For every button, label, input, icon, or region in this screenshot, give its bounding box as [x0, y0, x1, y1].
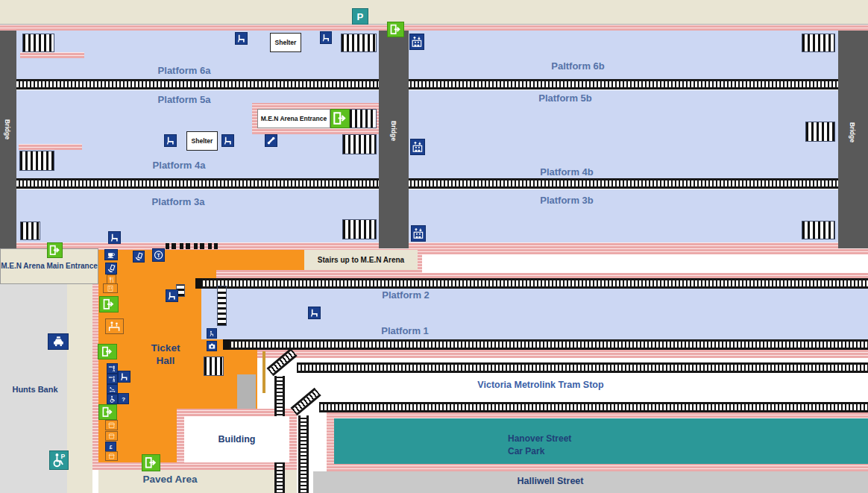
label-paved-area: Paved Area [142, 474, 197, 486]
accessible-toilet-icon [107, 394, 118, 404]
seat-p2-icon [308, 307, 321, 319]
svg-text:wc: wc [108, 376, 113, 379]
svg-text:P: P [357, 11, 364, 22]
ticket-hall-brick-bottom [92, 462, 177, 470]
shelter-box-top: Shelter [270, 33, 301, 52]
lift-bottom-icon [411, 225, 426, 242]
stairs-top-rightbridge [802, 34, 835, 52]
stairs-left-bottom [20, 222, 40, 240]
phone-p4-icon [265, 134, 277, 147]
seat-hall-icon [166, 289, 178, 302]
stairs-platform2-access [217, 286, 227, 326]
seat-p3-icon [108, 231, 121, 244]
seat-p6-left-icon [235, 32, 248, 45]
telephones-icon: T [152, 248, 165, 262]
stairs-topleft [22, 34, 54, 52]
toilets-men-icon: wc [107, 363, 118, 374]
taxi-rank-icon [48, 333, 69, 350]
shelter-box-mid: Shelter [186, 131, 218, 151]
entrance-arena-icon [330, 109, 350, 128]
entrance-top-icon [387, 22, 404, 37]
stairs-top-midbridge [341, 34, 377, 52]
entrance-hall-3-icon [98, 404, 117, 420]
parking-icon: P [352, 8, 368, 25]
seat-p4-left-icon [164, 134, 177, 147]
label-platform-5b: Platform 5b [538, 92, 592, 104]
ticket-machine-icon [105, 263, 117, 274]
svg-text:?: ? [122, 396, 125, 403]
arena-entrance-label: M.E.N Arena Entrance [257, 109, 330, 128]
label-bridge-left: Bridge [3, 119, 11, 139]
cycle-racks [166, 243, 218, 249]
toilets-women-icon: wc [107, 374, 118, 384]
halliwell-street-road [313, 471, 868, 493]
stairs-brick-strip-left [19, 144, 82, 150]
svg-text:T: T [157, 252, 160, 257]
shop-2-icon [105, 431, 118, 441]
lift-shaft [237, 374, 256, 412]
ticket-hall-top [98, 250, 304, 270]
label-platform-3b: Platform 3b [540, 195, 594, 207]
tram-brick-top [257, 350, 868, 358]
hanover-carpark [334, 418, 868, 464]
lift-mid-icon [410, 139, 425, 155]
footbridge-corridor [422, 254, 868, 273]
svg-text:£: £ [110, 445, 113, 450]
tram-track-inner-h [319, 402, 868, 412]
label-halliwell-street: Halliwell Street [518, 476, 584, 488]
tram-track-inner-curve [291, 388, 321, 416]
label-platform-1: Platform 1 [381, 325, 429, 337]
platform-island-3 [0, 189, 868, 242]
seat-p4-right-icon [221, 134, 234, 147]
building-label: Building [184, 416, 289, 462]
track-platform-1 [230, 339, 868, 350]
label-tram-stop: Victoria Metrolink Tram Stop [477, 380, 603, 392]
stairs-midbridge-bottom [342, 219, 377, 239]
label-bridge-middle: Bridge [389, 121, 397, 141]
top-banner [0, 0, 868, 25]
svg-text:wc: wc [108, 365, 113, 368]
entrance-main-icon [47, 242, 63, 258]
ramp-edge [262, 351, 265, 393]
platform-island-5-4 [0, 90, 868, 178]
entrance-paved-icon [142, 454, 160, 471]
tram-track-outer-h [297, 362, 868, 373]
buffer-stop-platform2 [195, 278, 202, 289]
track-platform-2 [201, 278, 868, 289]
refreshments-icon [104, 249, 118, 260]
cash-machine-icon: £ [105, 442, 116, 452]
stairs-up-label: Stairs up to M.E.N Arena [304, 250, 418, 270]
seat-p6-right-icon [320, 31, 332, 44]
stairs-arena-entrance [349, 109, 377, 128]
ticket-office-icon [133, 251, 145, 263]
label-platform-5a: Platform 5a [158, 94, 211, 106]
tram-track-inner-v [298, 415, 309, 493]
help-point-icon: ? [118, 393, 129, 404]
label-platform-3a: Platform 3a [152, 196, 205, 208]
stairs-rightbridge-mid [805, 122, 835, 142]
platform-island-2-1 [201, 289, 868, 339]
label-hunts-bank: Hunts Bank [12, 385, 57, 395]
waiting-room-icon [207, 328, 217, 339]
lift-top-icon [409, 34, 424, 50]
walkway-brick-islands-bottom [0, 242, 868, 248]
label-ticket-hall: Ticket Hall [151, 342, 180, 368]
stairs-rightbridge-bottom [802, 221, 835, 239]
pavement-strip [67, 284, 92, 493]
walkway-brick-top [0, 25, 868, 31]
photo-booth-icon [207, 341, 217, 351]
shop-3-icon [105, 451, 118, 461]
accessible-parking-icon: P [49, 450, 69, 470]
label-platform-4b: Platform 4b [540, 166, 594, 178]
bridge-left [0, 31, 16, 248]
station-map: Access to M.E.N Arena and NCP Car Park S… [0, 0, 868, 493]
stairs-brick-strip-topleft [20, 52, 84, 58]
track-middle [0, 178, 868, 189]
track-north [0, 79, 868, 90]
seat-hall-lower-icon [118, 371, 130, 383]
label-hanover-carpark: Car Park [508, 446, 544, 457]
stairs-midbridge-mid [342, 134, 377, 154]
platform-island-6 [0, 31, 868, 79]
label-bridge-right: Bridge [848, 122, 856, 142]
label-platform-4a: Platform 4a [153, 160, 206, 172]
